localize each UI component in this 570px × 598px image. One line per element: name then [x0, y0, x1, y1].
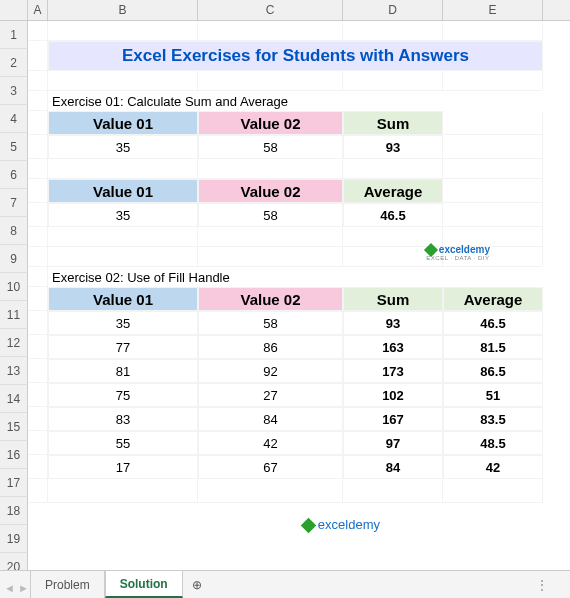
- table-row[interactable]: 102: [343, 383, 443, 407]
- row-header-11[interactable]: 11: [0, 301, 28, 329]
- table-row[interactable]: 97: [343, 431, 443, 455]
- row-header-14[interactable]: 14: [0, 385, 28, 413]
- select-all-corner[interactable]: [0, 0, 28, 20]
- table-row[interactable]: 42: [443, 455, 543, 479]
- exercise1-label: Exercise 01: Calculate Sum and Average: [48, 91, 543, 111]
- row-header-13[interactable]: 13: [0, 357, 28, 385]
- logo-small: exceldemy EXCEL · DATA · DIY: [426, 245, 490, 261]
- col-header-D[interactable]: D: [343, 0, 443, 20]
- exercise2-label: Exercise 02: Use of Fill Handle: [48, 267, 543, 287]
- tab-nav-arrows[interactable]: ◄ ►: [4, 582, 29, 594]
- ex1-avg-hdr-avg: Average: [343, 179, 443, 203]
- row-header-10[interactable]: 10: [0, 273, 28, 301]
- table-row[interactable]: 67: [198, 455, 343, 479]
- table-row[interactable]: 86: [198, 335, 343, 359]
- ex1-sum-result[interactable]: 93: [343, 135, 443, 159]
- ex1-avg-v1[interactable]: 35: [48, 203, 198, 227]
- tab-solution[interactable]: Solution: [105, 571, 183, 598]
- row-header-12[interactable]: 12: [0, 329, 28, 357]
- table-row[interactable]: 93: [343, 311, 443, 335]
- row-header-1[interactable]: 1: [0, 21, 28, 49]
- ex2-hdr-v2: Value 02: [198, 287, 343, 311]
- tab-scroll-indicator: ⋮: [536, 578, 550, 592]
- table-row[interactable]: 75: [48, 383, 198, 407]
- row-header-4[interactable]: 4: [0, 105, 28, 133]
- ex1-avg-hdr-value02: Value 02: [198, 179, 343, 203]
- row-header-20[interactable]: 20: [0, 553, 28, 570]
- plus-icon: ⊕: [192, 578, 202, 592]
- col-header-B[interactable]: B: [48, 0, 198, 20]
- table-row[interactable]: 58: [198, 311, 343, 335]
- row-header-15[interactable]: 15: [0, 413, 28, 441]
- table-row[interactable]: 42: [198, 431, 343, 455]
- table-row[interactable]: 84: [198, 407, 343, 431]
- page-title: Excel Exercises for Students with Answer…: [48, 41, 543, 71]
- column-headers: A B C D E: [0, 0, 570, 21]
- row-header-7[interactable]: 7: [0, 189, 28, 217]
- table-row[interactable]: 81: [48, 359, 198, 383]
- excel-window: A B C D E 1 2 3 4 5 6 7 8 9 10 11 12 13 …: [0, 0, 570, 598]
- table-row[interactable]: 167: [343, 407, 443, 431]
- row-header-17[interactable]: 17: [0, 469, 28, 497]
- table-row[interactable]: 163: [343, 335, 443, 359]
- ex2-hdr-sum: Sum: [343, 287, 443, 311]
- ex2-hdr-avg: Average: [443, 287, 543, 311]
- row-header-9[interactable]: 9: [0, 245, 28, 273]
- logo-large: exceldemy: [303, 517, 380, 532]
- table-row[interactable]: 83: [48, 407, 198, 431]
- table-row[interactable]: 51: [443, 383, 543, 407]
- cube-icon: [301, 518, 317, 534]
- table-row[interactable]: 84: [343, 455, 443, 479]
- table-row[interactable]: 46.5: [443, 311, 543, 335]
- sheet-tabs: ◄ ► Problem Solution ⊕ ⋮: [0, 570, 570, 598]
- row-header-6[interactable]: 6: [0, 161, 28, 189]
- add-sheet-button[interactable]: ⊕: [183, 578, 211, 592]
- row-header-3[interactable]: 3: [0, 77, 28, 105]
- ex1-sum-v2[interactable]: 58: [198, 135, 343, 159]
- table-row[interactable]: 27: [198, 383, 343, 407]
- table-row[interactable]: 55: [48, 431, 198, 455]
- table-row[interactable]: 48.5: [443, 431, 543, 455]
- row-header-19[interactable]: 19: [0, 525, 28, 553]
- ex1-avg-result[interactable]: 46.5: [343, 203, 443, 227]
- col-header-E[interactable]: E: [443, 0, 543, 20]
- table-row[interactable]: 17: [48, 455, 198, 479]
- row-header-8[interactable]: 8: [0, 217, 28, 245]
- row-header-18[interactable]: 18: [0, 497, 28, 525]
- row-header-5[interactable]: 5: [0, 133, 28, 161]
- col-header-C[interactable]: C: [198, 0, 343, 20]
- ex1-sum-hdr-sum: Sum: [343, 111, 443, 135]
- ex1-avg-v2[interactable]: 58: [198, 203, 343, 227]
- row-header-16[interactable]: 16: [0, 441, 28, 469]
- tab-problem[interactable]: Problem: [30, 571, 105, 598]
- ex1-sum-hdr-value01: Value 01: [48, 111, 198, 135]
- cells-area[interactable]: Excel Exercises for Students with Answer…: [28, 21, 570, 570]
- ex1-sum-hdr-value02: Value 02: [198, 111, 343, 135]
- table-row[interactable]: 35: [48, 311, 198, 335]
- row-headers: 1 2 3 4 5 6 7 8 9 10 11 12 13 14 15 16 1…: [0, 21, 28, 570]
- ex1-avg-hdr-value01: Value 01: [48, 179, 198, 203]
- table-row[interactable]: 77: [48, 335, 198, 359]
- table-row[interactable]: 92: [198, 359, 343, 383]
- ex1-sum-v1[interactable]: 35: [48, 135, 198, 159]
- ex2-hdr-v1: Value 01: [48, 287, 198, 311]
- row-header-2[interactable]: 2: [0, 49, 28, 77]
- table-row[interactable]: 81.5: [443, 335, 543, 359]
- table-row[interactable]: 173: [343, 359, 443, 383]
- col-header-A[interactable]: A: [28, 0, 48, 20]
- table-row[interactable]: 83.5: [443, 407, 543, 431]
- table-row[interactable]: 86.5: [443, 359, 543, 383]
